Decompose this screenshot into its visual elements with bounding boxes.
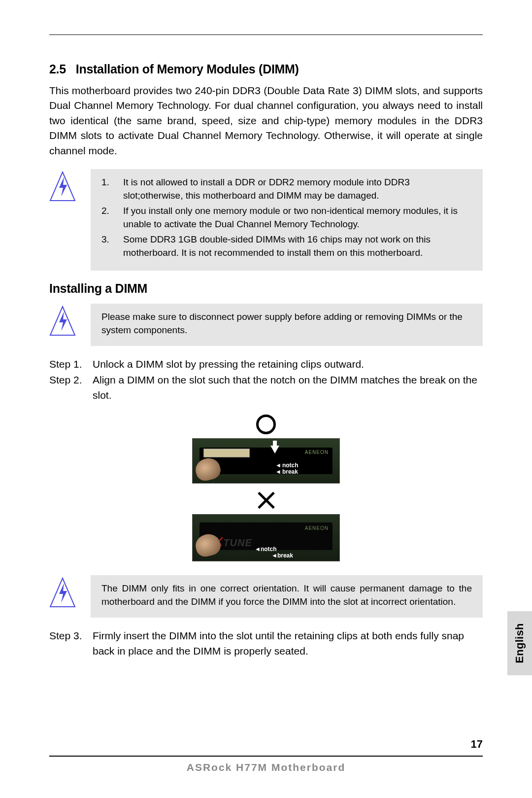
warning-box-2: Please make sure to disconnect power sup… xyxy=(91,304,483,346)
warning-item: 3. Some DDR3 1GB double-sided DIMMs with… xyxy=(101,233,472,260)
step-row: Step 1. Unlock a DIMM slot by pressing t… xyxy=(49,357,483,372)
top-rule xyxy=(49,35,483,35)
warning-box-1: 1. It is not allowed to install a DDR or… xyxy=(91,169,483,271)
lightning-icon xyxy=(49,306,76,336)
step-text: Align a DIMM on the slot such that the n… xyxy=(93,373,483,403)
warning-box-3: The DIMM only fits in one correct orient… xyxy=(91,575,483,618)
footer-rule xyxy=(49,756,483,757)
notch-break-labels: ◄notch ◄break xyxy=(275,462,299,475)
step-text: Firmly insert the DIMM into the slot unt… xyxy=(93,628,483,659)
section-intro: This motherboard provides two 240-pin DD… xyxy=(49,83,483,158)
notch-label: notch xyxy=(261,546,277,553)
warning-block-2: Please make sure to disconnect power sup… xyxy=(49,304,483,346)
step-label: Step 2. xyxy=(49,373,93,403)
warning-text: If you install only one memory module or… xyxy=(123,205,472,231)
section-heading: 2.5 Installation of Memory Modules (DIMM… xyxy=(49,62,483,76)
page-content: 2.5 Installation of Memory Modules (DIMM… xyxy=(0,0,532,689)
warning-text: Some DDR3 1GB double-sided DIMMs with 16… xyxy=(123,233,472,260)
notch-break-labels: ◄notch ◄break xyxy=(255,546,293,559)
step-label: Step 3. xyxy=(49,628,93,659)
correct-symbol xyxy=(192,415,340,434)
warning-number: 1. xyxy=(101,176,123,203)
warning-block-3: The DIMM only fits in one correct orient… xyxy=(49,575,483,618)
warning-number: 2. xyxy=(101,205,123,231)
footer-title: ASRock H77M Motherboard xyxy=(187,762,346,773)
page-footer: 17 ASRock H77M Motherboard xyxy=(49,756,483,773)
lightning-icon xyxy=(49,577,76,608)
language-tab: English xyxy=(507,611,532,675)
arrow-down-icon xyxy=(270,446,279,453)
warning-text: It is not allowed to install a DDR or DD… xyxy=(123,176,472,203)
incorrect-symbol xyxy=(192,490,340,510)
page-number: 17 xyxy=(471,738,483,751)
step-row: Step 3. Firmly insert the DIMM into the … xyxy=(49,628,483,659)
dimm-diagram: AENEON ◄notch ◄break XTUNE AENEON ◄notch… xyxy=(192,415,340,561)
dimm-incorrect-photo: XTUNE AENEON ◄notch ◄break xyxy=(192,514,340,561)
step-label: Step 1. xyxy=(49,357,93,372)
dimm-correct-photo: AENEON ◄notch ◄break xyxy=(192,438,340,484)
warning-item: 2. If you install only one memory module… xyxy=(101,205,472,231)
step-text: Unlock a DIMM slot by pressing the retai… xyxy=(93,357,483,372)
section-number: 2.5 xyxy=(49,62,66,76)
break-label: break xyxy=(277,552,293,559)
lightning-icon xyxy=(49,171,76,202)
break-label: break xyxy=(282,468,298,475)
notch-label: notch xyxy=(282,462,299,469)
step-row: Step 2. Align a DIMM on the slot such th… xyxy=(49,373,483,403)
brand-label: AENEON xyxy=(305,525,329,531)
warning-number: 3. xyxy=(101,233,123,260)
warning-item: 1. It is not allowed to install a DDR or… xyxy=(101,176,472,203)
language-label: English xyxy=(513,623,526,663)
brand-label: AENEON xyxy=(305,450,329,455)
section-title: Installation of Memory Modules (DIMM) xyxy=(76,62,299,76)
subsection-heading: Installing a DIMM xyxy=(49,281,483,296)
warning-block-1: 1. It is not allowed to install a DDR or… xyxy=(49,169,483,271)
